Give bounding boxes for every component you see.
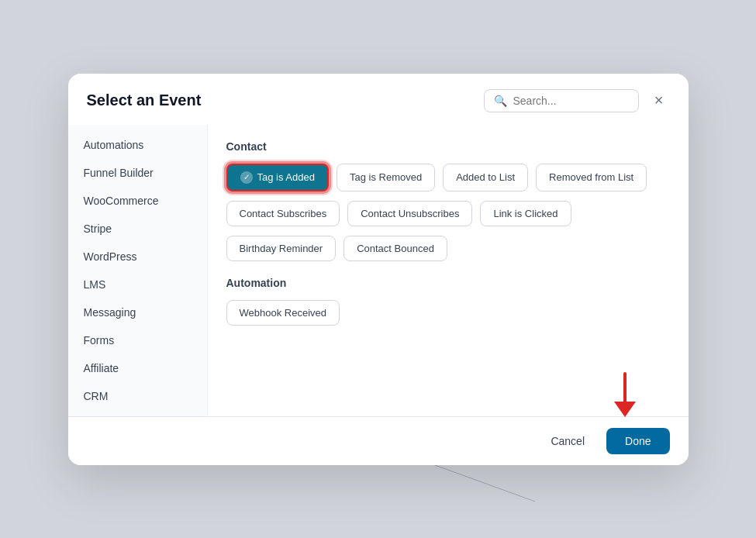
webhook-received-label: Webhook Received bbox=[240, 307, 327, 319]
contact-bounced-button[interactable]: Contact Bounced bbox=[343, 236, 447, 261]
birthday-reminder-label: Birthday Reminder bbox=[240, 243, 323, 254]
added-to-list-button[interactable]: Added to List bbox=[443, 164, 528, 191]
arrow-head bbox=[614, 402, 636, 417]
sidebar-item-forms[interactable]: Forms bbox=[68, 326, 207, 354]
header-right: 🔍 × bbox=[484, 89, 670, 112]
webhook-received-button[interactable]: Webhook Received bbox=[226, 300, 340, 326]
sidebar-item-stripe[interactable]: Stripe bbox=[68, 215, 207, 243]
arrow-shaft bbox=[623, 372, 627, 403]
modal-header: Select an Event 🔍 × bbox=[68, 74, 689, 125]
modal-body: Automations Funnel Builder WooCommerce S… bbox=[68, 125, 689, 416]
modal-title: Select an Event bbox=[87, 91, 202, 109]
modal-overlay: Select an Event 🔍 × Automations Funnel B… bbox=[0, 0, 756, 538]
done-button[interactable]: Done bbox=[606, 428, 669, 454]
birthday-reminder-button[interactable]: Birthday Reminder bbox=[226, 236, 337, 261]
tag-removed-button[interactable]: Tag is Removed bbox=[337, 164, 435, 191]
tag-added-label: Tag is Added bbox=[257, 171, 315, 183]
sidebar-item-funnel-builder[interactable]: Funnel Builder bbox=[68, 159, 207, 187]
automation-row-1: Webhook Received bbox=[226, 300, 670, 326]
contact-subscribes-button[interactable]: Contact Subscribes bbox=[226, 201, 340, 226]
check-icon: ✓ bbox=[240, 171, 253, 184]
contact-subscribes-label: Contact Subscribes bbox=[240, 208, 327, 219]
sidebar-item-crm[interactable]: CRM bbox=[68, 382, 207, 410]
sidebar-item-messaging[interactable]: Messaging bbox=[68, 298, 207, 326]
select-event-modal: Select an Event 🔍 × Automations Funnel B… bbox=[68, 74, 689, 465]
tag-added-button[interactable]: ✓ Tag is Added bbox=[226, 164, 329, 191]
modal-footer: Cancel Done bbox=[68, 416, 689, 465]
sidebar-item-woocommerce[interactable]: WooCommerce bbox=[68, 187, 207, 215]
sidebar-item-lms[interactable]: LMS bbox=[68, 271, 207, 298]
red-arrow bbox=[614, 372, 636, 417]
contact-row-3: Birthday Reminder Contact Bounced bbox=[226, 236, 670, 261]
automation-section-label: Automation bbox=[226, 277, 670, 289]
contact-row-2: Contact Subscribes Contact Unsubscribes … bbox=[226, 201, 670, 226]
cancel-button[interactable]: Cancel bbox=[538, 429, 597, 454]
removed-from-list-button[interactable]: Removed from List bbox=[536, 164, 647, 191]
link-clicked-label: Link is Clicked bbox=[493, 208, 558, 219]
contact-unsubscribes-button[interactable]: Contact Unsubscribes bbox=[347, 201, 472, 226]
search-input[interactable] bbox=[513, 95, 629, 107]
sidebar-item-wordpress[interactable]: WordPress bbox=[68, 243, 207, 271]
contact-row-1: ✓ Tag is Added Tag is Removed Added to L… bbox=[226, 164, 670, 191]
removed-from-list-label: Removed from List bbox=[549, 171, 633, 183]
search-icon: 🔍 bbox=[494, 95, 507, 107]
sidebar-item-affiliate[interactable]: Affiliate bbox=[68, 354, 207, 382]
link-clicked-button[interactable]: Link is Clicked bbox=[480, 201, 571, 226]
sidebar: Automations Funnel Builder WooCommerce S… bbox=[68, 125, 208, 416]
contact-bounced-label: Contact Bounced bbox=[357, 243, 434, 254]
contact-unsubscribes-label: Contact Unsubscribes bbox=[361, 208, 459, 219]
sidebar-item-automations[interactable]: Automations bbox=[68, 131, 207, 159]
added-to-list-label: Added to List bbox=[456, 171, 515, 183]
contact-section-label: Contact bbox=[226, 140, 670, 153]
search-box: 🔍 bbox=[484, 89, 639, 112]
tag-removed-label: Tag is Removed bbox=[350, 171, 422, 183]
close-button[interactable]: × bbox=[648, 90, 670, 112]
